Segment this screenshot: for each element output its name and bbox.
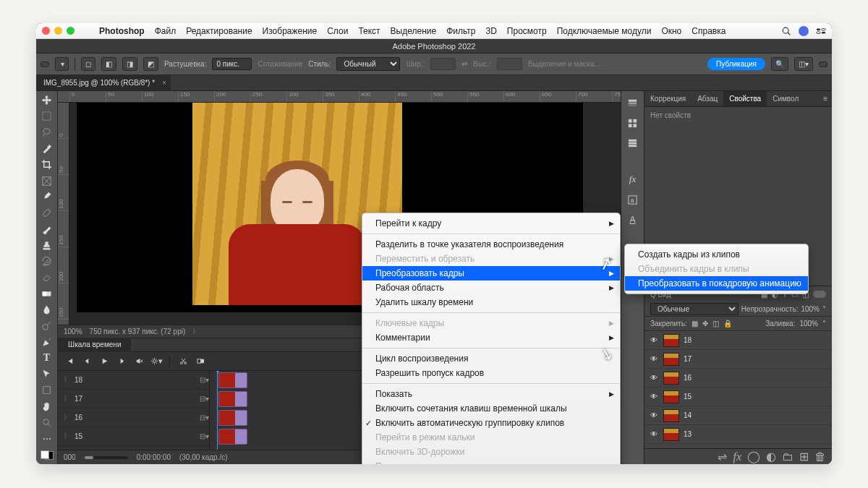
- ctx-loop[interactable]: Цикл воспроизведения: [362, 351, 620, 366]
- visibility-icon[interactable]: 👁: [649, 355, 659, 363]
- transition-icon[interactable]: [193, 355, 208, 368]
- track-header[interactable]: 〉15⊟▾: [58, 427, 209, 446]
- frame-tool-icon[interactable]: [38, 173, 56, 188]
- character-panel-icon[interactable]: A: [626, 213, 640, 227]
- zoom-status[interactable]: 100%: [64, 328, 82, 335]
- layer-row[interactable]: 👁13: [644, 425, 832, 444]
- clip[interactable]: [218, 429, 247, 445]
- new-layer-icon[interactable]: ⊞: [799, 450, 809, 463]
- play-icon[interactable]: [97, 355, 111, 368]
- ctx-delete-timeline[interactable]: Удалить шкалу времени: [362, 295, 620, 309]
- menu-window[interactable]: Окно: [661, 26, 681, 36]
- track-header[interactable]: 〉17⊟▾: [58, 390, 209, 408]
- tab-character[interactable]: Символ: [767, 91, 804, 106]
- sub-to-frame-animation[interactable]: Преобразовать в покадровую анимацию: [625, 276, 808, 291]
- track-header[interactable]: 〉16⊟▾: [58, 408, 209, 427]
- lock-all-icon[interactable]: 🔒: [723, 320, 732, 328]
- layer-row[interactable]: 👁15: [644, 388, 832, 406]
- tab-paragraph[interactable]: Абзац: [692, 91, 723, 106]
- visibility-icon[interactable]: 👁: [649, 393, 659, 401]
- menubar-status-icon[interactable]: [799, 26, 809, 36]
- shape-tool-icon[interactable]: [38, 382, 56, 398]
- extra-tools-icon[interactable]: ⋯: [38, 431, 56, 446]
- timecode[interactable]: 0:00:00:00: [137, 453, 171, 461]
- feather-input[interactable]: [212, 58, 252, 70]
- menu-select[interactable]: Выделение: [391, 26, 437, 36]
- menu-image[interactable]: Изображение: [263, 26, 318, 36]
- gradient-tool-icon[interactable]: [38, 286, 56, 301]
- arrange-icon[interactable]: ◫▾: [794, 57, 813, 71]
- ctx-allow-skip[interactable]: Разрешить пропуск кадров: [362, 366, 620, 380]
- track-header[interactable]: 〉18⊟▾: [58, 371, 209, 390]
- panel-menu-icon[interactable]: ≡: [819, 91, 832, 106]
- ctx-enable-shortcuts[interactable]: Включить сочетания клавиш временной шкал…: [362, 401, 620, 416]
- search-icon[interactable]: 🔍: [771, 57, 788, 71]
- brush-tool-icon[interactable]: [38, 221, 56, 236]
- app-menu[interactable]: Photoshop: [99, 26, 145, 36]
- visibility-icon[interactable]: 👁: [649, 411, 659, 419]
- add-selection-icon[interactable]: ◧: [101, 57, 116, 71]
- color-swatches[interactable]: [41, 450, 54, 461]
- crop-tool-icon[interactable]: [38, 157, 56, 172]
- path-select-tool-icon[interactable]: [38, 367, 56, 382]
- link-layers-icon[interactable]: ⇌: [718, 450, 727, 463]
- menu-filter[interactable]: Фильтр: [446, 26, 475, 36]
- window-controls[interactable]: [42, 27, 75, 35]
- minimize-window-icon[interactable]: [54, 27, 62, 35]
- goto-first-icon[interactable]: [62, 355, 77, 368]
- ctx-goto-frame[interactable]: Перейти к кадру: [362, 216, 620, 231]
- pen-tool-icon[interactable]: [38, 334, 56, 349]
- layer-row[interactable]: 👁18: [644, 331, 832, 350]
- ctx-convert-frames[interactable]: Преобразовать кадры: [362, 266, 620, 281]
- group-icon[interactable]: 🗀: [782, 450, 793, 463]
- glyphs-panel-icon[interactable]: a: [626, 192, 640, 207]
- hand-tool-icon[interactable]: [38, 399, 56, 414]
- opacity-value[interactable]: 100%: [801, 305, 820, 313]
- eraser-tool-icon[interactable]: [38, 270, 56, 285]
- ctx-split[interactable]: Разделить в точке указателя воспроизведе…: [362, 237, 620, 252]
- menu-3d[interactable]: 3D: [486, 26, 497, 36]
- sub-create-from-clips[interactable]: Создать кадры из клипов: [625, 247, 808, 262]
- visibility-icon[interactable]: 👁: [649, 336, 659, 344]
- menu-edit[interactable]: Редактирование: [186, 26, 252, 36]
- publish-button[interactable]: Публикация: [707, 58, 765, 70]
- healing-tool-icon[interactable]: [38, 205, 56, 221]
- menu-layers[interactable]: Слои: [327, 26, 348, 36]
- ctx-enable-autogroup[interactable]: Включить автоматическую группировку клип…: [362, 416, 620, 430]
- blend-mode-select[interactable]: Обычные: [650, 303, 739, 315]
- settings-icon[interactable]: ▾: [149, 355, 163, 368]
- stamp-tool-icon[interactable]: [38, 238, 56, 253]
- layer-row[interactable]: 👁14: [644, 406, 832, 425]
- dodge-tool-icon[interactable]: [38, 318, 56, 333]
- tab-properties[interactable]: Свойства: [723, 91, 767, 106]
- ctx-show[interactable]: Показать: [362, 387, 620, 401]
- share-icon[interactable]: [819, 61, 827, 67]
- style-select[interactable]: Обычный: [336, 57, 400, 71]
- history-panel-icon[interactable]: [626, 95, 640, 110]
- lock-pixels-icon[interactable]: ▦: [692, 320, 698, 328]
- styles-panel-icon[interactable]: fx: [626, 172, 640, 187]
- menu-view[interactable]: Просмотр: [507, 26, 547, 36]
- menu-plugins[interactable]: Подключаемые модули: [557, 26, 652, 36]
- next-frame-icon[interactable]: [114, 355, 129, 368]
- menu-file[interactable]: Файл: [155, 26, 176, 36]
- ctx-work-area[interactable]: Рабочая область: [362, 281, 620, 295]
- home-icon[interactable]: [41, 61, 49, 67]
- visibility-icon[interactable]: 👁: [649, 374, 659, 382]
- filter-toggle[interactable]: [813, 291, 826, 298]
- lasso-tool-icon[interactable]: [38, 125, 56, 140]
- menu-help[interactable]: Справка: [692, 26, 726, 36]
- ctx-comments[interactable]: Комментарии: [362, 330, 620, 345]
- fill-value[interactable]: 100%: [799, 320, 818, 328]
- zoom-tool-icon[interactable]: [38, 415, 56, 430]
- new-selection-icon[interactable]: ◻: [81, 57, 95, 71]
- type-tool-icon[interactable]: T: [38, 351, 56, 366]
- prev-frame-icon[interactable]: [80, 355, 94, 368]
- close-window-icon[interactable]: [42, 27, 50, 35]
- split-clip-icon[interactable]: [176, 355, 190, 368]
- layer-effects-icon[interactable]: fx: [733, 450, 741, 463]
- marquee-tool-icon[interactable]: ▾: [55, 57, 69, 71]
- subtract-selection-icon[interactable]: ◨: [122, 57, 137, 71]
- clip[interactable]: [218, 391, 247, 407]
- color-panel-icon[interactable]: [626, 116, 640, 130]
